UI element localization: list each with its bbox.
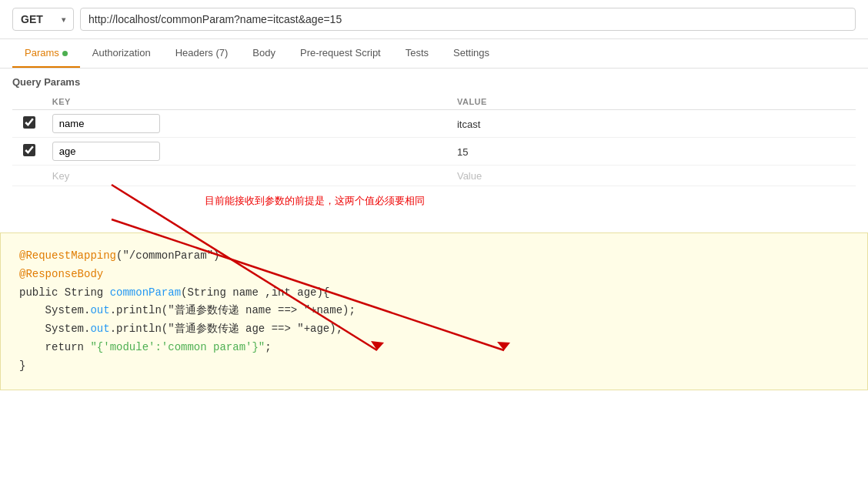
code-line-2: @ResponseBody: [19, 266, 849, 284]
row2-checkbox[interactable]: [23, 144, 35, 156]
value-placeholder: Value: [457, 170, 482, 182]
key-input-2[interactable]: [52, 142, 160, 161]
code-section: @RequestMapping("/commonParam") @Respons…: [0, 232, 868, 390]
tab-params[interactable]: Params: [12, 39, 80, 68]
key-placeholder-cell: Key: [46, 166, 451, 186]
annotation-area: 目前能接收到参数的前提是，这两个值必须要相同: [12, 186, 868, 232]
key-placeholder: Key: [52, 170, 69, 182]
table-row: itcast: [12, 110, 856, 138]
code-line-4: System.out.println("普通参数传递 name ==> "+na…: [19, 302, 849, 320]
table-row-empty: Key Value: [12, 166, 856, 186]
tab-authorization[interactable]: Authorization: [80, 39, 163, 68]
method-label: GET: [21, 13, 58, 25]
row1-checkbox[interactable]: [23, 116, 35, 129]
params-section: Query Params KEY VALUE: [0, 69, 868, 186]
value-placeholder-cell: Value: [451, 166, 856, 186]
value-text-2: 15: [457, 146, 468, 158]
check-col-header: [12, 94, 46, 110]
code-line-3: public String commonParam(String name ,i…: [19, 284, 849, 303]
value-cell-2: 15: [451, 138, 856, 166]
key-col-header: KEY: [46, 94, 451, 110]
code-line-1: @RequestMapping("/commonParam"): [19, 247, 849, 266]
checkbox-cell-2: [12, 138, 46, 166]
params-table: KEY VALUE itcast: [12, 94, 856, 186]
key-cell-2: [46, 138, 451, 166]
tab-headers[interactable]: Headers (7): [163, 39, 241, 68]
tab-tests[interactable]: Tests: [393, 39, 441, 68]
url-bar: GET ▾: [0, 0, 868, 39]
method-selector[interactable]: GET ▾: [12, 8, 74, 31]
value-col-header: VALUE: [451, 94, 856, 110]
tab-body[interactable]: Body: [240, 39, 288, 68]
key-cell-1: [46, 110, 451, 138]
chevron-down-icon: ▾: [62, 15, 65, 24]
full-wrapper: GET ▾ Params Authorization Headers (7) B…: [0, 0, 868, 390]
annotation-text: 目前能接收到参数的前提是，这两个值必须要相同: [205, 194, 425, 208]
value-cell-1: itcast: [451, 110, 856, 138]
code-line-5: System.out.println("普通参数传递 age ==> "+age…: [19, 320, 849, 339]
params-dot: [62, 51, 68, 56]
tab-prerequest[interactable]: Pre-request Script: [288, 39, 393, 68]
url-input[interactable]: [80, 8, 856, 31]
code-line-6: return "{'module':'common param'}";: [19, 339, 849, 357]
query-params-title: Query Params: [12, 76, 856, 88]
code-line-7: }: [19, 357, 849, 376]
tab-settings[interactable]: Settings: [441, 39, 502, 68]
value-text-1: itcast: [457, 119, 480, 130]
checkbox-cell-1: [12, 110, 46, 138]
key-input-1[interactable]: [52, 114, 160, 133]
tabs-bar: Params Authorization Headers (7) Body Pr…: [0, 39, 868, 69]
table-row: 15: [12, 138, 856, 166]
